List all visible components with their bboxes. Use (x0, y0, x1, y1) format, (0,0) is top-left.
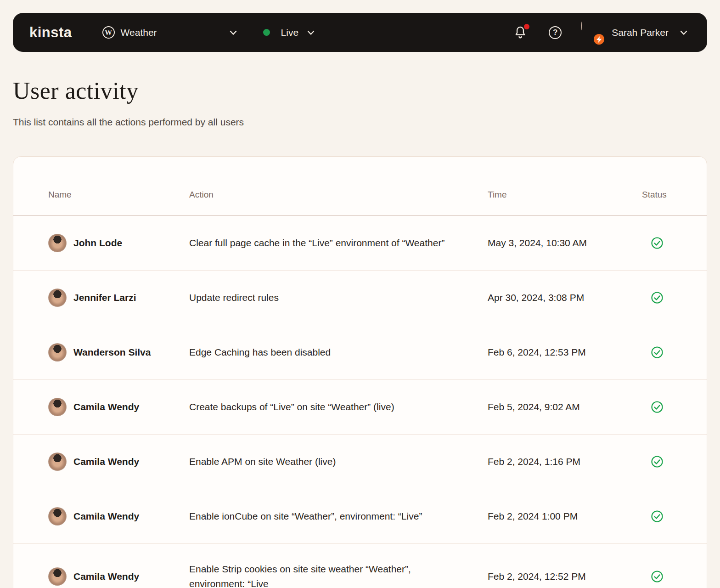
chevron-down-icon (679, 28, 689, 38)
kinsta-logo: kinsta (29, 24, 72, 41)
user-name: Jennifer Larzi (73, 292, 136, 303)
name-cell: Wanderson Silva (48, 343, 189, 362)
status-success-icon (650, 509, 688, 523)
avatar (48, 234, 67, 252)
time-cell: Feb 2, 2024, 1:16 PM (488, 456, 642, 467)
action-cell: Create backups of “Live” on site “Weathe… (189, 400, 488, 414)
name-cell: Camila Wendy (48, 452, 189, 471)
time-cell: Feb 2, 2024 1:00 PM (488, 511, 642, 522)
avatar (581, 22, 582, 30)
name-cell: John Lode (48, 234, 189, 252)
status-cell (642, 509, 688, 523)
status-cell (642, 400, 688, 414)
table-row: Camila Wendy Enable APM on site Weather … (13, 435, 707, 489)
avatar (48, 507, 67, 526)
wordpress-icon: W (102, 26, 115, 39)
status-success-icon (650, 345, 688, 359)
time-cell: Feb 5, 2024, 9:02 AM (488, 401, 642, 413)
time-cell: Feb 2, 2024, 12:52 PM (488, 571, 642, 582)
action-cell: Update redirect rules (189, 290, 488, 305)
table-body: John Lode Clear full page cache in the “… (13, 216, 707, 588)
status-success-icon (650, 570, 688, 583)
user-name: John Lode (73, 237, 122, 249)
action-cell: Enable ionCube on site “Weather”, enviro… (189, 509, 488, 524)
status-success-icon (650, 236, 688, 250)
column-header-time: Time (488, 190, 642, 200)
table-row: John Lode Clear full page cache in the “… (13, 216, 707, 271)
table-row: Camila Wendy Enable ionCube on site “Wea… (13, 489, 707, 544)
time-cell: Apr 30, 2024, 3:08 PM (488, 292, 642, 303)
table-row: Wanderson Silva Edge Caching has been di… (13, 325, 707, 380)
user-menu[interactable]: Sarah Parker (581, 22, 689, 43)
user-activity-card: Name Action Time Status John Lode Clear … (13, 156, 707, 588)
environment-selector-dropdown[interactable]: Live (263, 27, 316, 38)
status-success-icon (650, 291, 688, 305)
action-cell: Enable Strip cookies on site site weathe… (189, 562, 488, 588)
user-name: Camila Wendy (73, 401, 139, 413)
action-cell: Enable APM on site Weather (live) (189, 454, 488, 469)
topbar-right-group: ? Sarah Parker (513, 22, 689, 43)
table-row: Camila Wendy Create backups of “Live” on… (13, 380, 707, 435)
environment-label: Live (281, 27, 299, 38)
time-cell: May 3, 2024, 10:30 AM (488, 237, 642, 249)
status-cell (642, 345, 688, 359)
user-name: Wanderson Silva (73, 347, 151, 358)
chevron-down-icon (306, 28, 316, 38)
name-cell: Camila Wendy (48, 398, 189, 416)
name-cell: Camila Wendy (48, 567, 189, 586)
column-header-status: Status (642, 190, 688, 200)
action-cell: Clear full page cache in the “Live” envi… (189, 236, 488, 250)
site-selector-dropdown[interactable]: W Weather (102, 26, 238, 39)
user-name: Camila Wendy (73, 456, 139, 467)
page-subtitle: This list contains all the actions perfo… (13, 117, 244, 128)
avatar (48, 567, 67, 586)
status-cell (642, 455, 688, 469)
green-status-dot (263, 29, 270, 36)
table-row: Camila Wendy Enable Strip cookies on sit… (13, 544, 707, 588)
avatar (48, 343, 67, 362)
time-cell: Feb 6, 2024, 12:53 PM (488, 347, 642, 358)
topbar: kinsta W Weather Live ? (13, 13, 707, 52)
notifications-button[interactable] (513, 25, 527, 40)
avatar (48, 288, 67, 307)
user-name: Sarah Parker (612, 27, 669, 38)
help-icon: ? (549, 26, 562, 39)
notification-badge (524, 24, 529, 29)
name-cell: Camila Wendy (48, 507, 189, 526)
status-cell (642, 291, 688, 305)
status-success-icon (650, 455, 688, 469)
name-cell: Jennifer Larzi (48, 288, 189, 307)
action-cell: Edge Caching has been disabled (189, 345, 488, 360)
avatar (48, 398, 67, 416)
user-name: Camila Wendy (73, 511, 139, 522)
status-success-icon (650, 400, 688, 414)
user-name: Camila Wendy (73, 571, 139, 582)
site-selector-label: Weather (121, 27, 157, 38)
table-header-row: Name Action Time Status (13, 157, 707, 216)
status-cell (642, 236, 688, 250)
help-button[interactable]: ? (549, 26, 562, 39)
status-cell (642, 570, 688, 583)
avatar (48, 452, 67, 471)
page-title: User activity (13, 77, 139, 104)
column-header-action: Action (189, 190, 488, 200)
lightning-icon (594, 34, 604, 45)
table-row: Jennifer Larzi Update redirect rules Apr… (13, 271, 707, 325)
chevron-down-icon (228, 28, 238, 38)
column-header-name: Name (48, 190, 189, 200)
user-avatar-wrap (581, 22, 602, 43)
